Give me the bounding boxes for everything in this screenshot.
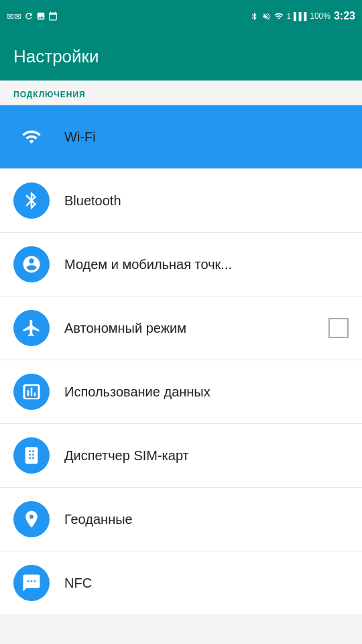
location-icon bbox=[13, 501, 50, 537]
airplane-label: Автономный режим bbox=[64, 321, 328, 336]
bluetooth-label: Bluetooth bbox=[64, 193, 349, 209]
nfc-label: NFC bbox=[64, 576, 349, 591]
settings-item-wifi[interactable]: Wi-Fi bbox=[0, 105, 362, 169]
wifi-icon bbox=[13, 119, 50, 155]
status-bar: ✉✉ 1▐▐▐ 100% 3:23 bbox=[0, 0, 362, 32]
app-header: Настройки bbox=[0, 32, 362, 80]
nfc-icon bbox=[13, 565, 50, 601]
sim-icon bbox=[13, 437, 50, 474]
image-icon bbox=[36, 11, 46, 21]
battery-text: 100% bbox=[310, 11, 330, 21]
wifi-status-icon bbox=[274, 11, 284, 21]
settings-item-hotspot[interactable]: Модем и мобильная точк... bbox=[0, 233, 362, 297]
settings-item-location[interactable]: Геоданные bbox=[0, 488, 362, 551]
mute-icon bbox=[262, 12, 271, 21]
location-label: Геоданные bbox=[64, 512, 349, 527]
settings-item-nfc[interactable]: NFC bbox=[0, 551, 362, 615]
settings-item-bluetooth[interactable]: Bluetooth bbox=[0, 169, 362, 233]
bluetooth-status-icon bbox=[250, 12, 259, 21]
sim-label: Диспетчер SIM-карт bbox=[64, 448, 349, 464]
page-title: Настройки bbox=[13, 46, 99, 67]
data-usage-icon bbox=[13, 374, 50, 410]
bluetooth-icon bbox=[13, 182, 50, 219]
time-display: 3:23 bbox=[334, 10, 355, 22]
airplane-icon bbox=[13, 310, 50, 346]
data-label: Использование данных bbox=[64, 384, 349, 400]
wifi-label: Wi-Fi bbox=[64, 129, 349, 145]
section-connections: ПОДКЛЮЧЕНИЯ bbox=[0, 80, 362, 105]
status-bar-left: ✉✉ bbox=[7, 11, 58, 21]
signal-icon: 1▐▐▐ bbox=[287, 12, 307, 20]
settings-list: Wi-Fi Bluetooth Модем и мобильная точк..… bbox=[0, 105, 362, 615]
settings-item-data[interactable]: Использование данных bbox=[0, 360, 362, 424]
gmail-icon: ✉✉ bbox=[7, 11, 21, 21]
refresh-icon bbox=[24, 11, 34, 21]
hotspot-label: Модем и мобильная точк... bbox=[64, 257, 349, 272]
hotspot-icon bbox=[13, 246, 50, 282]
status-bar-right: 1▐▐▐ 100% 3:23 bbox=[250, 10, 355, 22]
settings-item-sim[interactable]: Диспетчер SIM-карт bbox=[0, 424, 362, 488]
calendar-icon bbox=[48, 11, 58, 21]
airplane-checkbox[interactable] bbox=[328, 318, 349, 338]
settings-item-airplane[interactable]: Автономный режим bbox=[0, 297, 362, 360]
